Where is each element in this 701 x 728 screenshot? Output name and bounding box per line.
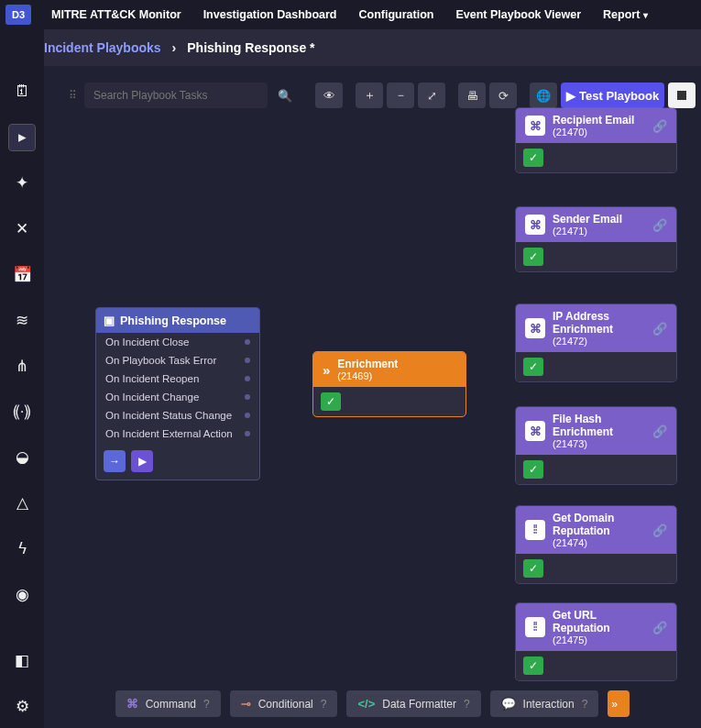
fit-icon[interactable]: ⤢ — [418, 83, 445, 108]
trigger-row[interactable]: On Incident External Action — [96, 425, 259, 443]
node-recipient-email[interactable]: ⌘Recipient Email(21470)🔗 ✓ — [516, 108, 676, 172]
search-field[interactable] — [93, 89, 258, 102]
node-title: Get Domain Reputation — [553, 512, 645, 537]
command-icon: ⌘ — [525, 116, 545, 136]
node-ip-address-enrichment[interactable]: ⌘IP Address Enrichment(21472)🔗 ✓ — [516, 304, 676, 381]
trigger-row[interactable]: On Incident Reopen — [96, 370, 259, 388]
chip-more[interactable]: » — [608, 690, 630, 717]
link-icon[interactable]: 🔗 — [652, 425, 667, 438]
port-icon[interactable] — [245, 394, 250, 400]
forward-icon: » — [611, 698, 618, 711]
chip-label: Interaction — [523, 698, 575, 711]
port-icon[interactable] — [245, 339, 250, 345]
search-icon[interactable]: 🔍 — [271, 83, 299, 108]
trigger-label: On Incident Change — [105, 392, 199, 403]
node-get-domain-reputation[interactable]: ⦙⦙Get Domain Reputation(21474)🔗 ✓ — [516, 506, 676, 583]
node-title: File Hash Enrichment — [553, 413, 645, 438]
node-title: Get URL Reputation — [553, 609, 645, 634]
node-id: (21474) — [553, 537, 645, 548]
arrow-right-icon: → — [109, 455, 120, 468]
trigger-row[interactable]: On Playbook Task Error — [96, 351, 259, 370]
help-icon[interactable]: ? — [321, 698, 327, 711]
play-icon: ▶ — [566, 89, 575, 103]
breadcrumb-leaf: Phishing Response * — [187, 40, 314, 55]
rail-calendar-icon[interactable]: 🗓 — [9, 79, 35, 105]
node-id: (21470) — [553, 127, 634, 138]
node-get-url-reputation[interactable]: ⦙⦙Get URL Reputation(21475)🔗 ✓ — [516, 603, 676, 680]
chat-icon: 💬 — [501, 697, 516, 711]
command-icon: ⌘ — [126, 697, 138, 711]
rail-fingerprint-icon[interactable]: ◉ — [9, 581, 35, 607]
help-icon[interactable]: ? — [203, 698, 210, 711]
link-icon[interactable]: 🔗 — [652, 524, 667, 537]
start-icon: ▣ — [104, 314, 115, 327]
search-input[interactable] — [84, 83, 268, 108]
trigger-row[interactable]: On Incident Status Change — [96, 406, 259, 425]
rail-share-icon[interactable]: ⋔ — [9, 353, 35, 379]
link-icon[interactable]: 🔗 — [652, 621, 667, 634]
port-icon[interactable] — [245, 413, 250, 418]
forward-icon: » — [323, 362, 330, 378]
rail-tools-icon[interactable]: ✕ — [9, 216, 35, 242]
help-icon[interactable]: ? — [464, 698, 470, 711]
rail-user-icon[interactable]: ◧ — [9, 647, 35, 673]
port-icon[interactable] — [245, 376, 250, 381]
start-node-header: ▣ Phishing Response — [96, 308, 259, 333]
rail-globe-icon[interactable]: ◒ — [9, 445, 35, 470]
run-next-button[interactable]: → — [104, 450, 126, 472]
help-icon[interactable]: ? — [582, 698, 588, 711]
link-icon[interactable]: 🔗 — [652, 322, 667, 336]
link-icon[interactable]: 🔗 — [652, 218, 667, 232]
rail-database-icon[interactable]: ≋ — [9, 307, 35, 333]
zoom-in-icon[interactable]: ＋ — [356, 83, 383, 108]
canvas-toolbar: ⠿ 🔍 👁 ＋ － ⤢ 🖶 ⟳ 🌐 ▶ Test Playbook — [64, 83, 696, 108]
node-title: Sender Email — [553, 213, 622, 226]
nav-configuration[interactable]: Configuration — [348, 2, 445, 28]
breadcrumb-root[interactable]: Incident Playbooks — [44, 40, 161, 55]
refresh-icon[interactable]: ⟳ — [489, 83, 517, 108]
conditional-icon: ⊸ — [241, 697, 251, 711]
port-icon[interactable] — [245, 431, 250, 436]
run-button[interactable]: ▶ — [131, 450, 153, 472]
visibility-icon[interactable]: 👁 — [315, 83, 343, 108]
test-playbook-button[interactable]: ▶ Test Playbook — [561, 83, 664, 108]
node-id: (21469) — [337, 370, 398, 381]
node-sender-email[interactable]: ⌘Sender Email(21471)🔗 ✓ — [516, 207, 676, 271]
start-node[interactable]: ▣ Phishing Response On Incident Close On… — [95, 307, 260, 480]
port-icon[interactable] — [245, 358, 250, 363]
zoom-out-icon[interactable]: － — [387, 83, 414, 108]
trigger-row[interactable]: On Incident Close — [96, 333, 259, 351]
rail-puzzle-icon[interactable]: ✦ — [9, 171, 35, 196]
test-playbook-label: Test Playbook — [579, 89, 659, 103]
node-id: (21471) — [553, 226, 622, 237]
trigger-row[interactable]: On Incident Change — [96, 388, 259, 406]
chip-interaction[interactable]: 💬Interaction? — [490, 690, 599, 717]
status-success-icon: ✓ — [523, 149, 543, 167]
rail-playbooks-icon[interactable]: ▸ — [9, 125, 35, 150]
node-file-hash-enrichment[interactable]: ⌘File Hash Enrichment(21473)🔗 ✓ — [516, 407, 676, 484]
node-id: (21473) — [553, 438, 645, 449]
rail-schedule-icon[interactable]: 📅 — [9, 261, 35, 287]
nav-mitre[interactable]: MITRE ATT&CK Monitor — [40, 2, 192, 28]
left-rail: 🗓 ▸ ✦ ✕ 📅 ≋ ⋔ ⸨·⸩ ◒ △ ϟ ◉ ◧ ⚙ — [0, 29, 44, 728]
command-icon: ⌘ — [525, 421, 545, 441]
nav-investigation[interactable]: Investigation Dashboard — [192, 2, 348, 28]
node-enrichment[interactable]: » Enrichment (21469) ✓ — [313, 352, 466, 416]
stop-button[interactable] — [668, 83, 696, 108]
nav-report[interactable]: Report — [592, 2, 659, 28]
trigger-label: On Incident Close — [105, 336, 189, 347]
drag-handle-icon[interactable]: ⠿ — [64, 89, 81, 102]
rail-alert-icon[interactable]: △ — [9, 491, 35, 516]
integration-icon: ⦙⦙ — [525, 617, 545, 637]
link-icon[interactable]: 🔗 — [652, 119, 667, 133]
rail-broadcast-icon[interactable]: ⸨·⸩ — [9, 399, 35, 425]
chip-data-formatter[interactable]: </>Data Formatter? — [346, 690, 480, 717]
chip-conditional[interactable]: ⊸Conditional? — [230, 690, 338, 717]
chip-command[interactable]: ⌘Command? — [115, 690, 221, 717]
playbook-canvas[interactable]: ⠿ 🔍 👁 ＋ － ⤢ 🖶 ⟳ 🌐 ▶ Test Playbook — [44, 66, 701, 728]
rail-settings-icon[interactable]: ⚙ — [9, 693, 35, 719]
rail-bolt-icon[interactable]: ϟ — [9, 536, 35, 562]
print-icon[interactable]: 🖶 — [458, 83, 486, 108]
nav-event-playbook-viewer[interactable]: Event Playbook Viewer — [444, 2, 592, 28]
globe-icon[interactable]: 🌐 — [530, 83, 557, 108]
